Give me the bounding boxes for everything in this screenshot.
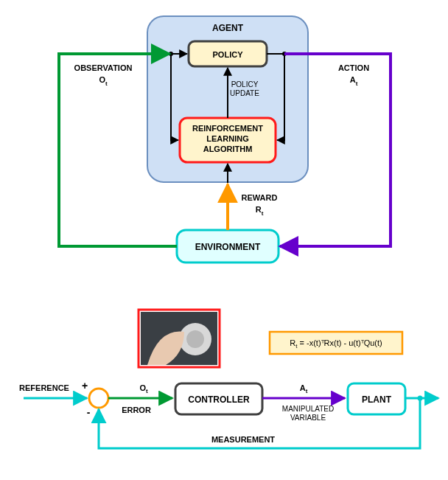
error-label: ERROR bbox=[122, 406, 151, 414]
summing-junction bbox=[89, 389, 108, 408]
minus-sign: - bbox=[87, 406, 91, 418]
policy-update-l1: POLICY bbox=[231, 80, 259, 88]
reference-label: REFERENCE bbox=[19, 383, 69, 392]
plant-label: PLANT bbox=[362, 394, 392, 405]
controller-label: CONTROLLER bbox=[188, 394, 250, 405]
observation-l2: Ot bbox=[99, 75, 108, 87]
manip-l1: MANIPULATED bbox=[282, 405, 334, 413]
rl-alg-l2: LEARNING bbox=[206, 134, 248, 143]
environment-label: ENVIRONMENT bbox=[195, 242, 261, 252]
diagram-canvas: AGENT POLICY REINFORCEMENT LEARNING ALGO… bbox=[0, 0, 448, 480]
rl-alg-l3: ALGORITHM bbox=[203, 145, 253, 153]
plus-sign: + bbox=[82, 380, 88, 392]
action-l1: ACTION bbox=[338, 63, 369, 72]
A-label: At bbox=[300, 383, 308, 394]
reward-l2: Rt bbox=[256, 205, 264, 217]
measurement-label: MEASUREMENT bbox=[211, 435, 275, 444]
knob-photo bbox=[141, 312, 217, 365]
policy-update-l2: UPDATE bbox=[230, 89, 259, 97]
observation-l1: OBSERVATION bbox=[74, 63, 133, 72]
policy-label: POLICY bbox=[213, 50, 244, 59]
error-O: Ot bbox=[139, 383, 148, 394]
action-l2: At bbox=[350, 75, 358, 87]
rl-alg-l1: REINFORCEMENT bbox=[192, 124, 263, 133]
agent-label: AGENT bbox=[212, 23, 244, 33]
reward-l1: REWARD bbox=[242, 193, 278, 202]
svg-point-2 bbox=[186, 330, 204, 348]
manip-l2: VARIABLE bbox=[290, 414, 326, 422]
